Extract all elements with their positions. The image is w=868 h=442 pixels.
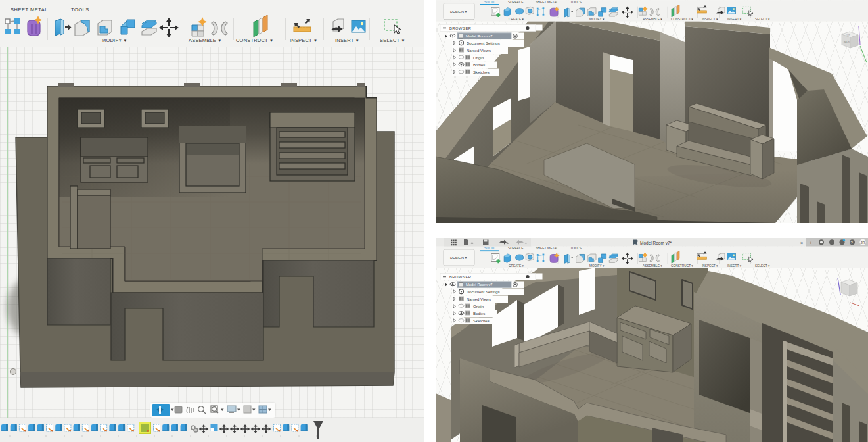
- svg-text:×: ×: [800, 241, 803, 245]
- svg-text:Model Room v7: Model Room v7: [466, 34, 493, 38]
- svg-text:Bodies: Bodies: [473, 63, 485, 67]
- svg-text:Document Settings: Document Settings: [467, 41, 500, 45]
- svg-text:Sketches: Sketches: [473, 70, 490, 74]
- svg-text:Origin: Origin: [473, 56, 484, 60]
- svg-text:Model Room v7*: Model Room v7*: [640, 241, 672, 245]
- svg-text:JR: JR: [861, 241, 865, 245]
- svg-text:+: +: [810, 240, 813, 246]
- svg-text:BACK: BACK: [844, 41, 850, 43]
- svg-text:TOP: TOP: [846, 34, 851, 36]
- svg-text:BROWSER: BROWSER: [449, 26, 471, 30]
- svg-text:Named Views: Named Views: [467, 49, 491, 53]
